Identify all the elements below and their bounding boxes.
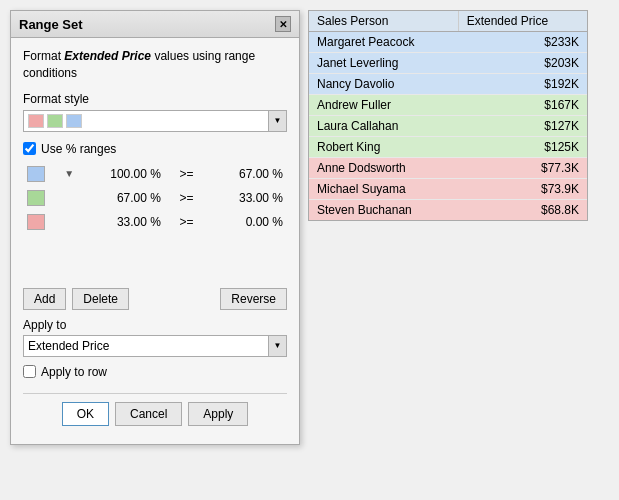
swatch-3	[66, 114, 82, 128]
sales-person-cell: Andrew Fuller	[309, 95, 458, 116]
cancel-button[interactable]: Cancel	[115, 402, 182, 426]
range-color-swatch[interactable]	[27, 166, 45, 182]
range-color-swatch[interactable]	[27, 190, 45, 206]
extended-price-cell: $68.8K	[458, 200, 587, 221]
range-from: 33.00 %	[86, 210, 165, 234]
range-to: 33.00 %	[208, 186, 287, 210]
range-color-cell	[23, 186, 60, 210]
sales-person-cell: Michael Suyama	[309, 179, 458, 200]
description-field: Extended Price	[64, 49, 151, 63]
sales-person-cell: Anne Dodsworth	[309, 158, 458, 179]
format-style-row: ▼	[23, 110, 287, 132]
apply-to-row-row: Apply to row	[23, 365, 287, 379]
extended-price-cell: $73.9K	[458, 179, 587, 200]
action-buttons-row: Add Delete Reverse	[23, 288, 287, 310]
sales-person-cell: Steven Buchanan	[309, 200, 458, 221]
range-color-cell	[23, 210, 60, 234]
table-row: Robert King $125K	[309, 137, 587, 158]
range-color-cell	[23, 162, 60, 186]
range-set-dialog: Range Set ✕ Format Extended Price values…	[10, 10, 300, 445]
format-style-label: Format style	[23, 92, 287, 106]
format-style-dropdown[interactable]: ▼	[269, 110, 287, 132]
sales-person-cell: Laura Callahan	[309, 116, 458, 137]
range-from: 67.00 %	[86, 186, 165, 210]
table-row: Margaret Peacock $233K	[309, 32, 587, 53]
dialog-title-bar: Range Set ✕	[11, 11, 299, 38]
add-button[interactable]: Add	[23, 288, 66, 310]
range-from: 100.00 %	[86, 162, 165, 186]
table-row: Steven Buchanan $68.8K	[309, 200, 587, 221]
range-to: 67.00 %	[208, 162, 287, 186]
apply-button[interactable]: Apply	[188, 402, 248, 426]
color-box-container[interactable]	[23, 110, 269, 132]
table-row: Laura Callahan $127K	[309, 116, 587, 137]
extended-price-cell: $203K	[458, 53, 587, 74]
table-row: Anne Dodsworth $77.3K	[309, 158, 587, 179]
table-row: Michael Suyama $73.9K	[309, 179, 587, 200]
ok-button[interactable]: OK	[62, 402, 109, 426]
apply-to-row-label[interactable]: Apply to row	[41, 365, 107, 379]
range-op: >=	[165, 162, 208, 186]
col1-header: Sales Person	[309, 11, 458, 32]
use-percent-row: Use % ranges	[23, 142, 287, 156]
description-text: Format Extended Price values using range…	[23, 48, 287, 82]
apply-to-value: Extended Price	[28, 339, 109, 353]
range-empty-area	[23, 240, 287, 280]
apply-to-label: Apply to	[23, 318, 287, 332]
extended-price-cell: $125K	[458, 137, 587, 158]
apply-to-select-row: Extended Price ▼	[23, 335, 287, 357]
data-table-container: Sales Person Extended Price Margaret Pea…	[308, 10, 588, 221]
sales-person-cell: Robert King	[309, 137, 458, 158]
delete-button[interactable]: Delete	[72, 288, 129, 310]
extended-price-cell: $127K	[458, 116, 587, 137]
range-row: 33.00 % >= 0.00 %	[23, 210, 287, 234]
sales-person-cell: Nancy Davolio	[309, 74, 458, 95]
close-button[interactable]: ✕	[275, 16, 291, 32]
range-color-swatch[interactable]	[27, 214, 45, 230]
range-arrow	[60, 186, 86, 210]
table-row: Andrew Fuller $167K	[309, 95, 587, 116]
range-table: ▼ 100.00 % >= 67.00 % 67.00 % >= 33.00 %…	[23, 162, 287, 234]
dialog-body: Format Extended Price values using range…	[11, 38, 299, 444]
range-arrow: ▼	[60, 162, 86, 186]
extended-price-cell: $233K	[458, 32, 587, 53]
extended-price-cell: $77.3K	[458, 158, 587, 179]
range-row: 67.00 % >= 33.00 %	[23, 186, 287, 210]
sales-person-cell: Janet Leverling	[309, 53, 458, 74]
swatch-2	[47, 114, 63, 128]
use-percent-checkbox[interactable]	[23, 142, 36, 155]
sales-person-cell: Margaret Peacock	[309, 32, 458, 53]
apply-to-select[interactable]: Extended Price	[23, 335, 269, 357]
table-row: Nancy Davolio $192K	[309, 74, 587, 95]
apply-to-dropdown-btn[interactable]: ▼	[269, 335, 287, 357]
apply-to-row-checkbox[interactable]	[23, 365, 36, 378]
reverse-button[interactable]: Reverse	[220, 288, 287, 310]
range-op: >=	[165, 210, 208, 234]
range-to: 0.00 %	[208, 210, 287, 234]
extended-price-cell: $192K	[458, 74, 587, 95]
bottom-buttons-row: OK Cancel Apply	[23, 393, 287, 434]
range-row: ▼ 100.00 % >= 67.00 %	[23, 162, 287, 186]
dialog-title: Range Set	[19, 17, 83, 32]
range-op: >=	[165, 186, 208, 210]
use-percent-label[interactable]: Use % ranges	[41, 142, 116, 156]
range-arrow	[60, 210, 86, 234]
extended-price-cell: $167K	[458, 95, 587, 116]
data-table: Sales Person Extended Price Margaret Pea…	[309, 11, 587, 220]
table-row: Janet Leverling $203K	[309, 53, 587, 74]
swatch-1	[28, 114, 44, 128]
col2-header: Extended Price	[458, 11, 587, 32]
